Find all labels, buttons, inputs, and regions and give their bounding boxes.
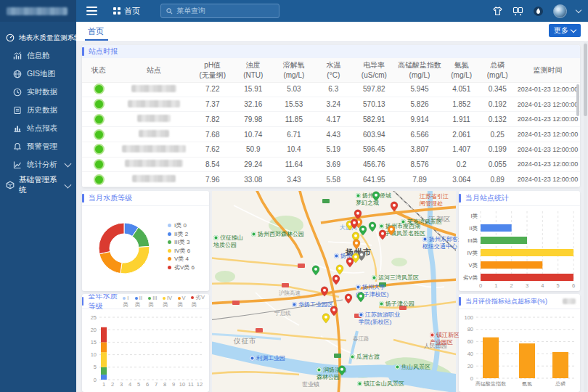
map-label: 华扬工业园区 (292, 301, 333, 309)
poi-icon (357, 381, 362, 386)
map-marker-green[interactable] (311, 265, 320, 276)
month-station-card-header: 当月站点统计 (459, 191, 580, 206)
svg-text:8: 8 (163, 381, 166, 388)
screen-layout-icon[interactable] (513, 6, 523, 17)
month-station-title: 当月站点统计 (465, 193, 509, 203)
map-marker-red[interactable] (390, 201, 399, 212)
exceed-rate-card-header: 当月评价指标站点超标率(%) (459, 294, 580, 309)
map-label: 仪征市 (234, 337, 257, 346)
cell-value: 4.17 (314, 115, 353, 123)
cell-time: 2024-01-23 12:00:00 (515, 176, 580, 183)
month-station-chart: 0123456I类II类III类IV类V类劣V类 (459, 205, 580, 291)
map-marker-red[interactable] (332, 274, 340, 285)
map-marker-orange[interactable] (387, 225, 396, 236)
poi-icon (250, 356, 255, 361)
legend-item: III类 (148, 295, 159, 309)
cell-value: 0.199 (479, 145, 515, 153)
map-marker-green[interactable] (372, 191, 380, 202)
sidebar-item-1[interactable]: 信息舱 (0, 46, 76, 65)
dashboard-icon (13, 52, 22, 60)
sidebar-section-label: 地表水质量监测系统 (19, 33, 81, 43)
sidebar-item-7[interactable]: 统计分析 (0, 155, 76, 173)
sidebar-item-2[interactable]: GIS地图 (0, 65, 76, 83)
sidebar-item-5[interactable]: 站点报表 (0, 119, 76, 137)
svg-text:I类: I类 (470, 213, 478, 219)
chevron-down-icon (571, 27, 576, 33)
map-overlay: 扬州市江都区仪征市世业镇人民田园扬州站大运河扬州华侨城梦幻之城扬州市瘦西湖唐子城… (212, 191, 456, 392)
cell-value: 11.85 (274, 115, 314, 123)
theme-skin-icon[interactable] (492, 6, 503, 17)
cell-value: 3.807 (396, 145, 444, 153)
svg-text:11: 11 (188, 381, 194, 388)
cell-value: 3.43 (274, 176, 314, 184)
map-marker-orange[interactable] (352, 239, 361, 250)
tabbar: 首页 更多 (76, 22, 588, 42)
map-label: 江苏省引江闸管理处 (420, 193, 449, 208)
map-marker-yellow[interactable] (322, 313, 330, 324)
table-row: 7.6250.910.45.19596.453.8071.4070.199202… (82, 142, 580, 158)
map-marker-red[interactable] (346, 257, 354, 268)
legend-item: V类 4 (168, 255, 195, 264)
flame-icon[interactable] (533, 6, 544, 17)
sidebar-item-6[interactable]: 预警管理 (0, 137, 76, 155)
map-marker-red[interactable] (344, 293, 353, 304)
map-marker-red[interactable] (378, 229, 387, 240)
map-label: 沪陕高速 (279, 290, 301, 296)
svg-text:6: 6 (146, 381, 149, 388)
column-header-5: 溶解氧(mg/L) (274, 60, 314, 80)
sidebar-item-3[interactable]: 实时数据 (0, 83, 76, 101)
map-marker-green[interactable] (368, 221, 377, 232)
year-grade-chart: 0510152025123456789101112 (82, 309, 209, 392)
map-marker-yellow[interactable] (335, 264, 344, 275)
avatar[interactable] (553, 4, 567, 18)
legend-item: V类 (178, 295, 188, 309)
svg-text:100: 100 (464, 314, 473, 321)
alarm-icon (13, 142, 22, 151)
cell-value: 0.192 (479, 100, 515, 108)
column-header-7: 电导率(uS/cm) (353, 60, 396, 80)
hamburger-menu-icon[interactable] (86, 4, 97, 17)
card-accent-bar (82, 194, 84, 203)
cell-value: 4.43 (314, 131, 353, 139)
cell-value: 8.576 (396, 160, 444, 168)
topbar-home-link[interactable]: 首页 (113, 6, 140, 17)
svg-text:高锰酸盐指数: 高锰酸盐指数 (475, 381, 507, 387)
column-header-3: pH值(无量纲) (192, 60, 233, 80)
column-header-4: 浊度(NTU) (233, 60, 274, 80)
more-button-label: 更多 (554, 25, 568, 36)
status-dot (82, 114, 115, 125)
clock-icon (13, 88, 22, 97)
cell-value: 1.407 (444, 145, 479, 153)
svg-text:5: 5 (94, 364, 97, 370)
sidebar-section-surface-water-system[interactable]: 地表水质量监测系统 (0, 29, 76, 46)
map-marker-red[interactable] (330, 306, 338, 317)
table-scrollbar[interactable] (576, 84, 579, 116)
cell-value: 5.58 (314, 176, 353, 184)
svg-text:4: 4 (541, 282, 544, 289)
month-grade-title: 当月水质等级 (89, 193, 132, 203)
svg-text:IV类: IV类 (467, 250, 478, 256)
chevron-down-icon[interactable] (576, 7, 581, 12)
sidebar-section-base-management[interactable]: 基础管理系统 (0, 176, 76, 194)
more-button[interactable]: 更多 (549, 24, 581, 37)
cell-value: 10.74 (233, 131, 274, 139)
map-marker-green[interactable] (338, 365, 346, 376)
svg-text:6: 6 (572, 282, 575, 289)
map-label: 扬州东部客运枢纽交通中心 (422, 236, 464, 250)
map-panel[interactable]: 扬州市江都区仪征市世业镇人民田园扬州站大运河扬州华侨城梦幻之城扬州市瘦西湖唐子城… (212, 191, 456, 392)
map-marker-green[interactable] (356, 292, 365, 303)
page-scrollbar[interactable] (584, 44, 587, 116)
search-input[interactable]: 菜单查询 (160, 4, 279, 18)
topbar-home-label: 首页 (124, 6, 140, 17)
cell-time: 2024-01-23 12:00:00 (515, 115, 580, 123)
map-marker-red[interactable] (320, 286, 329, 297)
cell-value: 1.911 (444, 115, 479, 123)
svg-text:12: 12 (197, 381, 203, 388)
poi-icon (379, 301, 384, 306)
tab-home[interactable]: 首页 (88, 26, 104, 37)
vbar-svg: 020406080100高锰酸盐指数氨氮总磷 (459, 309, 580, 392)
map-marker-red[interactable] (350, 219, 359, 229)
legend-item: IV类 (163, 295, 173, 309)
map-label: 扬州西郊森林公园 (251, 231, 304, 238)
sidebar-item-4[interactable]: 历史数据 (0, 101, 76, 119)
